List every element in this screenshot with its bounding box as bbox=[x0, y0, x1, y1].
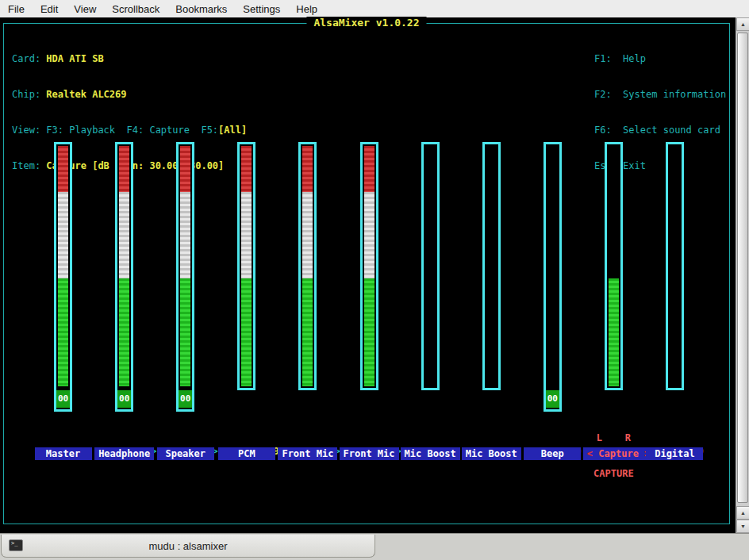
channel-label: Beep bbox=[524, 447, 581, 460]
volume-seg-white bbox=[180, 192, 190, 278]
channel-strip-area: 00 100 Master 00 100<>100 Headphone bbox=[33, 142, 705, 467]
volume-seg-red bbox=[180, 146, 190, 192]
channel-name: Front Mic bbox=[282, 448, 333, 459]
channel-label-row: Mic Boost bbox=[461, 447, 522, 460]
channel-name: Digital bbox=[655, 448, 695, 459]
menu-bar: File Edit View Scrollback Bookmarks Sett… bbox=[0, 0, 749, 18]
info-card: Card: HDA ATI SB bbox=[12, 53, 247, 65]
channel-label: Headphone bbox=[94, 447, 154, 460]
volume-seg-red bbox=[241, 146, 252, 192]
channel-label-row: Speaker bbox=[155, 447, 216, 460]
channel-column: 100<>100 Front Mic bbox=[338, 142, 399, 467]
session-tab-bar: >_ mudu : alsamixer bbox=[0, 533, 749, 560]
volume-fill bbox=[425, 146, 436, 386]
terminal-screen[interactable]: AlsaMixer v1.0.22 Card: HDA ATI SB Chip:… bbox=[0, 17, 736, 533]
channel-label: Front Mic bbox=[340, 447, 399, 460]
volume-bar bbox=[298, 142, 317, 390]
menu-view[interactable]: View bbox=[66, 2, 104, 17]
volume-seg-white bbox=[302, 192, 313, 278]
volume-seg-red bbox=[302, 146, 313, 192]
volume-fill bbox=[609, 146, 619, 386]
volume-fill bbox=[670, 146, 680, 386]
volume-seg-white bbox=[58, 192, 68, 278]
channel-name: Master bbox=[46, 448, 80, 459]
channel-label-row: Headphone bbox=[94, 447, 155, 460]
channel-name: Speaker bbox=[165, 448, 205, 459]
channel-column: 100<>100 Front Mic bbox=[277, 142, 338, 467]
channel-column: 0<>0 Mic Boost bbox=[400, 142, 461, 467]
alsamixer-frame: AlsaMixer v1.0.22 Card: HDA ATI SB Chip:… bbox=[3, 23, 730, 524]
channel-name: Mic Boost bbox=[466, 448, 517, 459]
volume-seg-red bbox=[364, 146, 374, 192]
volume-fill bbox=[180, 146, 190, 386]
session-tab[interactable]: >_ mudu : alsamixer bbox=[1, 535, 375, 558]
channel-column: 99<>99 PCM bbox=[216, 142, 277, 467]
channel-label-row: Mic Boost bbox=[400, 447, 461, 460]
mute-switch-badge: 00 bbox=[117, 390, 131, 408]
channel-column: 00 100<>100 Headphone bbox=[94, 142, 155, 467]
channel-name: Capture bbox=[593, 448, 644, 459]
volume-bar bbox=[237, 142, 255, 390]
channel-label: Speaker bbox=[157, 447, 214, 460]
volume-seg-green bbox=[364, 278, 374, 386]
volume-bar bbox=[482, 142, 501, 390]
terminal-scrollbar[interactable]: ▲ ▲ ▼ bbox=[736, 17, 749, 533]
volume-bar bbox=[360, 142, 378, 390]
volume-bar: 00 bbox=[544, 142, 562, 412]
volume-bar bbox=[605, 142, 623, 390]
scroll-up-button-2[interactable]: ▲ bbox=[736, 506, 749, 520]
channel-label: Front Mic bbox=[278, 447, 337, 460]
channel-label: Master bbox=[35, 447, 92, 460]
channel-column: 00 0<>0 Beep bbox=[522, 142, 583, 467]
mute-switch-badge: 00 bbox=[56, 390, 70, 408]
volume-fill bbox=[364, 146, 374, 386]
volume-seg-green bbox=[119, 278, 129, 386]
channel-label-row: Beep bbox=[522, 447, 583, 460]
volume-seg-red bbox=[119, 146, 129, 192]
channel-column: L R CAPTURE 100<>100 < Capture > bbox=[583, 142, 644, 467]
channel-label: Mic Boost bbox=[462, 447, 521, 460]
volume-seg-green bbox=[180, 278, 190, 386]
help-f2: F2: System information bbox=[594, 89, 726, 101]
volume-seg-red bbox=[58, 146, 68, 192]
help-f1: F1: Help bbox=[594, 53, 726, 65]
mute-switch-badge: 00 bbox=[546, 390, 559, 408]
channel-name: Mic Boost bbox=[405, 448, 456, 459]
menu-settings[interactable]: Settings bbox=[235, 2, 288, 17]
menu-scrollback[interactable]: Scrollback bbox=[104, 2, 167, 17]
terminal-icon: >_ bbox=[9, 539, 23, 551]
volume-fill bbox=[302, 146, 313, 386]
channel-label-row: PCM bbox=[216, 447, 277, 460]
selected-left-arrow: < bbox=[587, 448, 593, 459]
volume-seg-green bbox=[302, 278, 313, 386]
volume-bar: 00 bbox=[54, 142, 72, 412]
channel-label: Digital bbox=[646, 447, 703, 460]
menu-edit[interactable]: Edit bbox=[33, 2, 66, 17]
scroll-down-button[interactable]: ▼ bbox=[736, 520, 749, 533]
scrollbar-thumb[interactable] bbox=[737, 33, 748, 503]
channel-label: PCM bbox=[218, 447, 275, 460]
info-chip: Chip: Realtek ALC269 bbox=[12, 89, 247, 101]
scroll-up-button[interactable]: ▲ bbox=[736, 17, 749, 31]
volume-bar bbox=[421, 142, 440, 390]
menu-file[interactable]: File bbox=[0, 2, 33, 17]
channel-column: 0<>0 Digital bbox=[644, 142, 705, 467]
menu-help[interactable]: Help bbox=[288, 2, 325, 17]
menu-bookmarks[interactable]: Bookmarks bbox=[167, 2, 235, 17]
help-f6: F6: Select sound card bbox=[594, 125, 726, 136]
channel-label-row: Master bbox=[33, 447, 94, 460]
capture-label-line: CAPTURE bbox=[583, 468, 644, 480]
session-tab-title: mudu : alsamixer bbox=[149, 540, 228, 552]
channel-column: 0<>0 Mic Boost bbox=[461, 142, 522, 467]
channel-label: < Capture > bbox=[583, 447, 655, 460]
volume-seg-white bbox=[119, 192, 129, 278]
volume-bar: 00 bbox=[176, 142, 194, 412]
channel-label: Mic Boost bbox=[401, 447, 460, 460]
volume-bar bbox=[666, 142, 684, 390]
volume-seg-green bbox=[58, 278, 68, 386]
info-view: View: F3: Playback F4: Capture F5:[All] bbox=[12, 125, 247, 136]
channel-label-row: < Capture > bbox=[583, 447, 644, 460]
volume-fill bbox=[547, 146, 558, 386]
channel-name: Front Mic bbox=[344, 448, 395, 459]
channel-column: 00 100 Master bbox=[33, 142, 94, 467]
